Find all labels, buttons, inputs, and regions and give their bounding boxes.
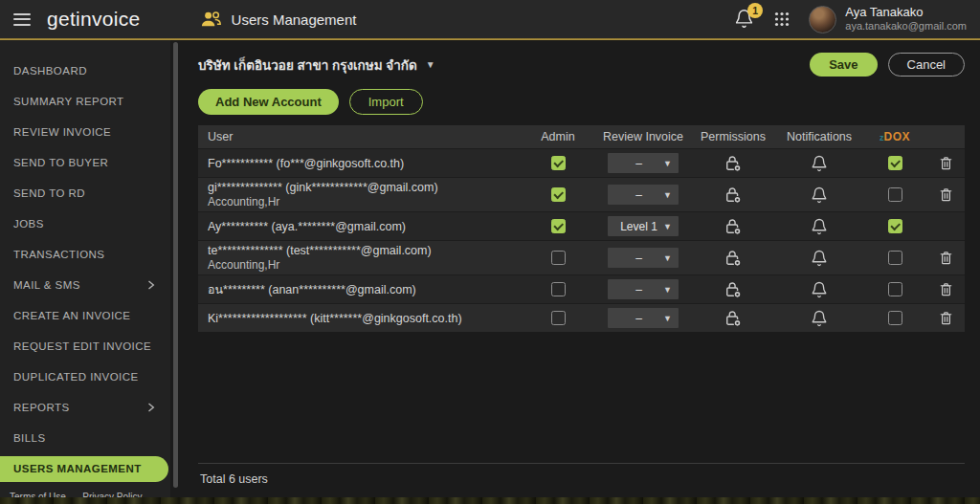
sidebar-item-summary-report[interactable]: SUMMARY REPORT [0, 86, 168, 117]
delete-button[interactable] [938, 155, 954, 172]
header-right: 1 Aya Tanakako aya.tanakako@gmail.com [734, 5, 967, 33]
permissions-button[interactable] [724, 154, 743, 173]
sidebar-item-label: CREATE AN INVOICE [13, 310, 130, 321]
admin-checkbox[interactable] [551, 187, 566, 202]
zdox-checkbox[interactable] [888, 156, 902, 170]
bell-icon [811, 310, 828, 327]
top-header: getinvoice Users Management 1 [0, 0, 980, 38]
admin-checkbox[interactable] [551, 156, 566, 170]
chevron-down-icon: ▼ [663, 222, 672, 231]
chevron-right-icon [147, 403, 155, 412]
column-header-user: User [198, 130, 521, 143]
trash-icon [938, 281, 954, 298]
lock-settings-icon [724, 309, 743, 328]
row-notifications-button[interactable] [811, 218, 828, 235]
add-new-account-button[interactable]: Add New Account [198, 89, 339, 115]
admin-checkbox[interactable] [551, 282, 566, 296]
column-header-notifications: Notifications [775, 130, 863, 143]
sidebar-item-request-edit-invoice[interactable]: REQUEST EDIT INVOICE [0, 331, 168, 362]
zdox-checkbox[interactable] [888, 311, 902, 325]
sidebar-item-review-invoice[interactable]: REVIEW INVOICE [0, 117, 168, 147]
review-level-value: – [614, 283, 663, 296]
permissions-button[interactable] [724, 309, 743, 328]
permissions-button[interactable] [724, 280, 743, 299]
notifications-button[interactable]: 1 [734, 9, 755, 30]
admin-checkbox[interactable] [551, 251, 566, 265]
column-header-admin: Admin [521, 130, 595, 143]
sidebar-item-send-to-buyer[interactable]: SEND TO BUYER [0, 147, 168, 178]
sidebar-item-dashboard[interactable]: DASHBOARD [0, 55, 168, 86]
sidebar-item-label: REPORTS [13, 402, 70, 413]
user-profile-button[interactable]: Aya Tanakako aya.tanakako@gmail.com [809, 5, 967, 33]
delete-button[interactable] [938, 281, 954, 298]
zdox-checkbox[interactable] [888, 219, 902, 233]
permissions-button[interactable] [724, 249, 743, 268]
column-header-review-invoice: Review Invoice [595, 130, 691, 143]
sidebar-item-send-to-rd[interactable]: SEND TO RD [0, 178, 168, 208]
sidebar-item-label: REVIEW INVOICE [13, 126, 111, 138]
trash-icon [938, 186, 954, 204]
review-level-select[interactable]: – ▼ [608, 153, 679, 173]
permissions-button[interactable] [724, 186, 743, 205]
import-button[interactable]: Import [349, 89, 423, 115]
sidebar-item-users-management[interactable]: USERS MANAGEMENT [0, 456, 168, 482]
company-selector[interactable]: บริษัท เก็ตอินวอย สาขา กรุงเกษม จำกัด ▼ [198, 55, 435, 76]
page-title: Users Management [232, 11, 357, 28]
sidebar-item-label: TRANSACTIONS [13, 249, 105, 260]
chevron-down-icon: ▼ [663, 190, 672, 200]
delete-button[interactable] [938, 310, 954, 327]
sidebar-item-transactions[interactable]: TRANSACTIONS [0, 239, 168, 270]
delete-button[interactable] [938, 250, 954, 267]
row-notifications-button[interactable] [811, 281, 828, 298]
sidebar-item-label: BILLS [13, 432, 46, 444]
review-level-select[interactable]: – ▼ [608, 308, 679, 328]
page-title-group: Users Management [200, 11, 357, 28]
review-level-select[interactable]: – ▼ [608, 185, 679, 205]
review-level-value: – [614, 188, 663, 202]
trash-icon [938, 310, 954, 327]
table-row: Fo*********** (fo***@ginkgosoft.co.th) –… [198, 148, 965, 177]
row-notifications-button[interactable] [811, 250, 828, 267]
sidebar-item-reports[interactable]: REPORTS [0, 392, 168, 423]
row-notifications-button[interactable] [811, 155, 828, 172]
sidebar-item-label: SEND TO RD [13, 187, 85, 199]
bell-icon [811, 281, 828, 298]
zdox-checkbox[interactable] [888, 251, 902, 265]
lock-settings-icon [724, 280, 743, 299]
review-level-select[interactable]: Level 1 ▼ [608, 216, 679, 236]
permissions-button[interactable] [724, 217, 743, 236]
admin-checkbox[interactable] [551, 219, 566, 233]
admin-checkbox[interactable] [551, 311, 566, 325]
review-level-select[interactable]: – ▼ [608, 279, 679, 299]
users-group-icon [200, 11, 222, 28]
delete-button[interactable] [938, 186, 954, 204]
sidebar-item-label: SUMMARY REPORT [13, 96, 124, 107]
scrollbar-thumb[interactable] [173, 42, 178, 488]
sidebar-item-jobs[interactable]: JOBS [0, 208, 168, 239]
app-grid-button[interactable] [774, 11, 790, 27]
user-masked-email: อน********* (anan**********@gmail.com) [208, 280, 521, 299]
table-header: User Admin Review Invoice Permissions No… [198, 125, 965, 148]
row-notifications-button[interactable] [811, 310, 828, 327]
user-masked-email: Fo*********** (fo***@ginkgosoft.co.th) [208, 157, 521, 170]
sidebar-item-duplicated-invoice[interactable]: DUPLICATED INVOICE [0, 362, 168, 392]
save-button[interactable]: Save [810, 53, 877, 77]
review-level-value: – [614, 157, 663, 170]
zdox-checkbox[interactable] [888, 187, 902, 202]
bell-icon [811, 218, 828, 235]
review-level-select[interactable]: – ▼ [608, 248, 679, 268]
sidebar-item-bills[interactable]: BILLS [0, 423, 168, 453]
row-notifications-button[interactable] [811, 186, 828, 204]
sidebar-item-create-an-invoice[interactable]: CREATE AN INVOICE [0, 300, 168, 331]
lock-settings-icon [724, 154, 743, 173]
lock-settings-icon [724, 186, 743, 205]
users-table: User Admin Review Invoice Permissions No… [198, 125, 965, 332]
hamburger-menu-icon[interactable] [13, 13, 31, 26]
sidebar-item-label: USERS MANAGEMENT [13, 463, 142, 474]
sidebar-item-mail-sms[interactable]: MAIL & SMS [0, 270, 168, 300]
zdox-checkbox[interactable] [888, 282, 902, 296]
cancel-button[interactable]: Cancel [888, 53, 965, 77]
brand-logo: getinvoice [47, 8, 141, 31]
total-users-bar: Total 6 users [198, 463, 965, 497]
sidebar-item-label: JOBS [13, 218, 44, 230]
